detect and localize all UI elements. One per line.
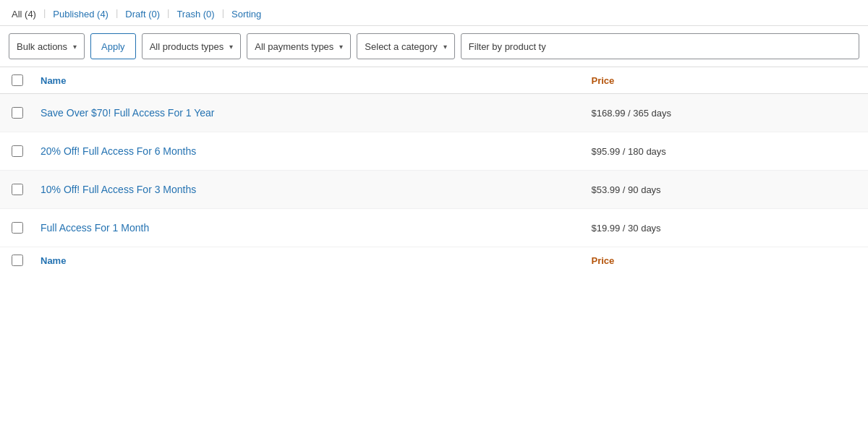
row-checkbox-2[interactable] <box>12 184 23 195</box>
filter-tabs: All (4) | Published (4) | Draft (0) | Tr… <box>0 0 868 26</box>
row-checkbox-3[interactable] <box>12 222 23 234</box>
all-payments-dropdown[interactable]: All payments types ▾ <box>247 33 351 59</box>
row-checkbox-cell <box>0 94 29 132</box>
tab-published[interactable]: Published (4) <box>50 6 111 25</box>
footer-checkbox-cell <box>0 247 29 274</box>
row-price: $168.99 / 365 days <box>579 94 868 132</box>
row-checkbox-cell <box>0 132 29 171</box>
bulk-actions-label: Bulk actions <box>17 41 67 52</box>
header-checkbox-cell <box>0 67 29 94</box>
header-price[interactable]: Price <box>579 67 868 94</box>
row-checkbox-cell <box>0 209 29 247</box>
product-name-link[interactable]: Full Access For 1 Month <box>41 222 149 234</box>
footer-price[interactable]: Price <box>579 247 868 274</box>
select-all-footer-checkbox[interactable] <box>12 255 23 266</box>
page-container: All (4) | Published (4) | Draft (0) | Tr… <box>0 0 868 423</box>
product-name-link[interactable]: 10% Off! Full Access For 3 Months <box>41 184 196 195</box>
table-row: 10% Off! Full Access For 3 Months$53.99 … <box>0 171 868 209</box>
select-category-dropdown[interactable]: Select a category ▾ <box>357 33 454 59</box>
tab-sep-3: | <box>166 7 171 24</box>
table-row: Full Access For 1 Month$19.99 / 30 days <box>0 209 868 247</box>
row-name: Full Access For 1 Month <box>29 209 579 247</box>
all-products-dropdown[interactable]: All products types ▾ <box>142 33 242 59</box>
table-header-row: Name Price <box>0 67 868 94</box>
table-row: 20% Off! Full Access For 6 Months$95.99 … <box>0 132 868 171</box>
select-category-chevron-icon: ▾ <box>443 43 447 51</box>
row-checkbox-1[interactable] <box>12 145 23 157</box>
tab-draft[interactable]: Draft (0) <box>122 6 163 25</box>
product-name-link[interactable]: 20% Off! Full Access For 6 Months <box>41 145 196 157</box>
tab-trash[interactable]: Trash (0) <box>174 6 217 25</box>
row-name: Save Over $70! Full Access For 1 Year <box>29 94 579 132</box>
select-category-label: Select a category <box>365 41 437 52</box>
row-price: $53.99 / 90 days <box>579 171 868 209</box>
all-payments-label: All payments types <box>255 41 333 52</box>
product-name-link[interactable]: Save Over $70! Full Access For 1 Year <box>41 107 214 119</box>
apply-button[interactable]: Apply <box>90 33 136 59</box>
select-all-checkbox[interactable] <box>12 74 23 86</box>
row-checkbox-0[interactable] <box>12 107 23 119</box>
all-products-label: All products types <box>150 41 224 52</box>
filter-by-product-input[interactable]: Filter by product ty <box>461 33 859 59</box>
table-body: Save Over $70! Full Access For 1 Year$16… <box>0 94 868 247</box>
all-products-chevron-icon: ▾ <box>229 43 233 51</box>
bulk-actions-dropdown[interactable]: Bulk actions ▾ <box>9 33 85 59</box>
bulk-actions-chevron-icon: ▾ <box>73 43 77 51</box>
tab-sep-4: | <box>221 7 226 24</box>
footer-name[interactable]: Name <box>29 247 579 274</box>
table-footer-row: Name Price <box>0 247 868 274</box>
row-price: $95.99 / 180 days <box>579 132 868 171</box>
actions-bar: Bulk actions ▾ Apply All products types … <box>0 26 868 67</box>
row-checkbox-cell <box>0 171 29 209</box>
filter-by-product-label: Filter by product ty <box>469 41 546 52</box>
table-row: Save Over $70! Full Access For 1 Year$16… <box>0 94 868 132</box>
row-price: $19.99 / 30 days <box>579 209 868 247</box>
tab-all[interactable]: All (4) <box>9 6 39 25</box>
tab-sep-2: | <box>114 7 119 24</box>
header-name[interactable]: Name <box>29 67 579 94</box>
products-table: Name Price Save Over $70! Full Access Fo… <box>0 67 868 273</box>
row-name: 20% Off! Full Access For 6 Months <box>29 132 579 171</box>
all-payments-chevron-icon: ▾ <box>339 43 343 51</box>
tab-sorting[interactable]: Sorting <box>229 6 264 25</box>
tab-sep-1: | <box>42 7 47 24</box>
row-name: 10% Off! Full Access For 3 Months <box>29 171 579 209</box>
